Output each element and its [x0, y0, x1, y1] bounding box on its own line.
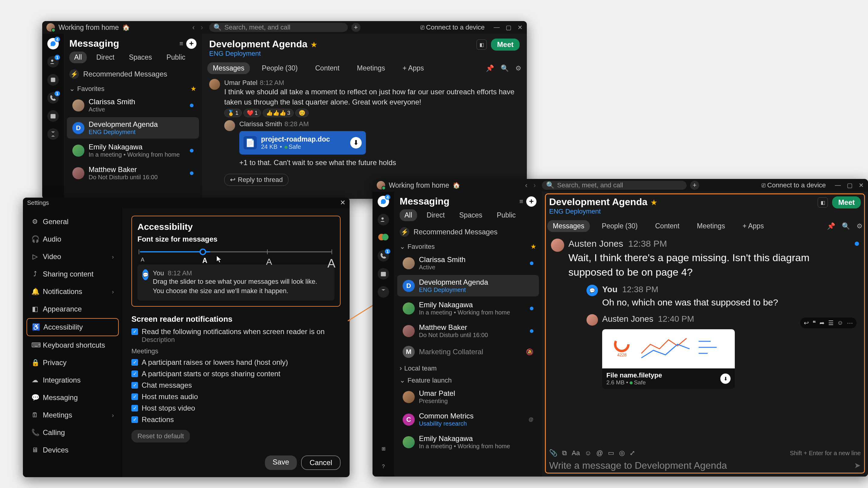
quote-icon[interactable]: ❝: [812, 319, 816, 327]
conv-umar[interactable]: Umar PatelPresenting: [397, 386, 539, 408]
conv-dev-agenda[interactable]: DDevelopment AgendaENG Deployment: [67, 117, 199, 138]
settings-nav-video[interactable]: ▷Video›: [27, 248, 119, 265]
tab-meetings[interactable]: Meetings: [351, 62, 390, 74]
gear-icon[interactable]: ⚙: [857, 222, 863, 230]
settings-nav-sharing-content[interactable]: ⤴Sharing content: [27, 266, 119, 283]
search-icon[interactable]: 🔍: [842, 222, 850, 230]
rail-more[interactable]: [47, 128, 59, 140]
tab-messages[interactable]: Messages: [547, 220, 590, 232]
filter-public[interactable]: Public: [161, 52, 190, 63]
filter-all[interactable]: All: [400, 209, 417, 221]
conv-emily[interactable]: Emily NakagawaIn a meeting • Working fro…: [67, 140, 199, 161]
rail-help-icon[interactable]: ?: [378, 461, 389, 472]
tab-people[interactable]: People (30): [256, 62, 303, 74]
filter-spaces[interactable]: Spaces: [455, 209, 487, 221]
self-avatar[interactable]: [377, 181, 385, 190]
favorites-section[interactable]: ⌄Favorites★: [64, 82, 202, 94]
bitmoji-icon[interactable]: ◎: [619, 449, 625, 457]
favorites-section[interactable]: ⌄Favorites★: [394, 240, 542, 252]
font-size-slider[interactable]: A A A A: [138, 247, 333, 262]
expand-icon[interactable]: ⤢: [629, 449, 635, 457]
conv-emily[interactable]: Emily NakagawaIn a meeting • Working fro…: [397, 298, 539, 319]
gif-icon[interactable]: ▭: [608, 449, 614, 457]
rail-teams[interactable]: [47, 74, 59, 86]
pin-icon[interactable]: 📌: [827, 222, 835, 230]
filter-all[interactable]: All: [69, 52, 87, 63]
rail-calls[interactable]: 1: [47, 92, 59, 104]
avatar[interactable]: [551, 238, 564, 252]
settings-nav-appearance[interactable]: ◧Appearance: [27, 301, 119, 318]
settings-nav-messaging[interactable]: 💬Messaging: [27, 389, 119, 406]
sr-checkbox[interactable]: ✓Reactions: [131, 415, 341, 424]
forward-icon[interactable]: ➦: [819, 319, 825, 327]
rail-chat[interactable]: 4: [378, 196, 389, 207]
avatar[interactable]: [224, 120, 235, 131]
tab-meetings[interactable]: Meetings: [691, 220, 730, 232]
panel-button[interactable]: ◧: [818, 197, 828, 207]
reply-icon[interactable]: ↩: [804, 319, 809, 327]
reset-button[interactable]: Reset to default: [131, 430, 190, 443]
tab-content[interactable]: Content: [310, 62, 345, 74]
settings-nav-calling[interactable]: 📞Calling: [27, 424, 119, 441]
save-button[interactable]: Save: [265, 455, 297, 470]
rail-avatars[interactable]: [378, 232, 389, 243]
rail-calendar[interactable]: [378, 268, 389, 280]
send-icon[interactable]: ➤: [854, 461, 861, 470]
message-hover-toolbar[interactable]: ↩ ❝ ➦ ☰ ☺ ⋯: [800, 318, 857, 328]
conv-matthew[interactable]: Matthew BakerDo Not Disturb until 16:00: [67, 162, 199, 184]
recommended-messages[interactable]: ⚡Recommended Messages: [394, 224, 542, 240]
gear-icon[interactable]: ⚙: [516, 64, 521, 72]
local-team-section[interactable]: ›Local team: [394, 361, 542, 373]
conv-matthew[interactable]: Matthew BakerDo Not Disturb until 16:00: [397, 320, 539, 341]
rail-chat[interactable]: 4: [47, 38, 59, 50]
chat-subtitle[interactable]: ENG Deployment: [549, 207, 861, 216]
connect-device[interactable]: ⎚Connect to a device: [762, 181, 826, 189]
tab-apps[interactable]: + Apps: [397, 62, 430, 74]
conv-emily2[interactable]: Emily NakagawaIn a meeting • Working fro…: [397, 431, 539, 453]
emoji-icon[interactable]: ☺: [837, 319, 843, 327]
compose-input[interactable]: Write a message to Development Agenda➤: [549, 460, 861, 471]
search-icon[interactable]: 🔍: [501, 64, 509, 72]
presence-status[interactable]: Working from home: [59, 24, 119, 32]
avatar[interactable]: [209, 79, 220, 90]
connect-device[interactable]: ⎚Connect to a device: [421, 24, 485, 31]
settings-nav-integrations[interactable]: ☁Integrations: [27, 372, 119, 389]
star-icon[interactable]: ★: [310, 40, 317, 49]
search-input[interactable]: 🔍Search, meet, and call: [542, 181, 687, 190]
image-attachment[interactable]: 4228 File name.filetype2.6 MB • Safe⬇: [602, 329, 735, 389]
recommended-messages[interactable]: ⚡ Recommended Messages: [64, 66, 202, 82]
filter-spaces[interactable]: Spaces: [124, 52, 157, 63]
sr-enable-checkbox[interactable]: ✓Read the following notifications when s…: [131, 327, 341, 344]
rail-calendar[interactable]: [47, 110, 59, 122]
sr-checkbox[interactable]: ✓Host stops video: [131, 404, 341, 412]
emoji-icon[interactable]: ☺: [585, 449, 591, 457]
add-button[interactable]: +: [351, 23, 361, 32]
new-message-button[interactable]: +: [526, 196, 536, 207]
sr-checkbox[interactable]: ✓Host mutes audio: [131, 392, 341, 401]
attach-icon[interactable]: 📎: [549, 449, 557, 457]
self-avatar[interactable]: [46, 23, 55, 32]
format-icon[interactable]: Aa: [572, 449, 580, 457]
close-icon[interactable]: ✕: [340, 199, 345, 207]
rail-apps-icon[interactable]: ⊞: [378, 443, 389, 454]
settings-nav-general[interactable]: ⚙General: [27, 213, 119, 230]
avatar[interactable]: [587, 314, 598, 326]
nav-arrows[interactable]: ‹›: [523, 180, 538, 191]
new-message-button[interactable]: +: [186, 38, 196, 49]
window-controls[interactable]: ―▢✕: [494, 24, 523, 31]
reply-thread-button[interactable]: ↩Reply to thread: [224, 174, 288, 186]
tab-apps[interactable]: + Apps: [737, 220, 770, 232]
pin-icon[interactable]: 📌: [486, 64, 494, 72]
chat-subtitle[interactable]: ENG Deployment: [209, 50, 520, 58]
settings-nav-meetings[interactable]: 🗓Meetings›: [27, 407, 119, 424]
nav-arrows[interactable]: ‹›: [190, 22, 205, 33]
more-icon[interactable]: ⋯: [847, 319, 853, 327]
settings-nav-keyboard-shortcuts[interactable]: ⌨Keyboard shortcuts: [27, 337, 119, 354]
sr-checkbox[interactable]: ✓A participant starts or stops sharing c…: [131, 369, 341, 378]
meet-button[interactable]: Meet: [491, 38, 520, 51]
filter-direct[interactable]: Direct: [422, 209, 450, 221]
tab-content[interactable]: Content: [650, 220, 685, 232]
capture-icon[interactable]: ⧉: [562, 449, 567, 457]
conv-clarissa[interactable]: Clarissa SmithActive: [397, 253, 539, 274]
meet-button[interactable]: Meet: [832, 196, 861, 208]
